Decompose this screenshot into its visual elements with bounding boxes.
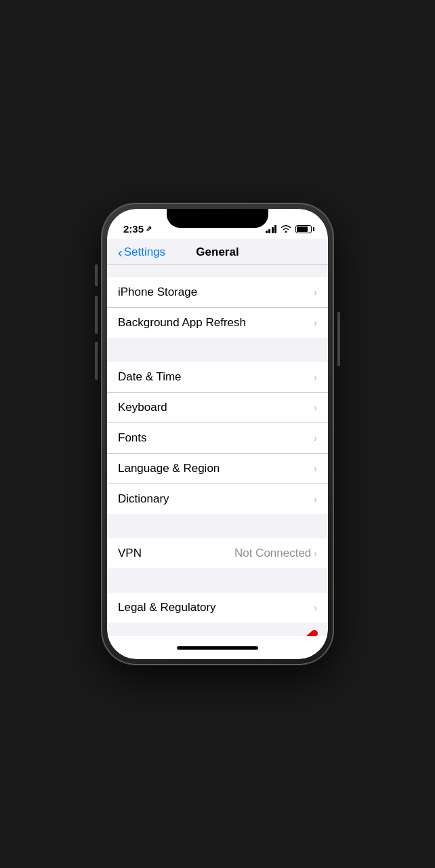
keyboard-item[interactable]: Keyboard › xyxy=(107,392,328,422)
back-label: Settings xyxy=(124,245,165,259)
fonts-label: Fonts xyxy=(118,431,147,445)
group-separator-top xyxy=(107,265,328,277)
settings-group-legal: Legal & Regulatory › xyxy=(107,593,328,623)
background-app-refresh-item[interactable]: Background App Refresh › xyxy=(107,307,328,338)
date-time-label: Date & Time xyxy=(118,370,182,384)
keyboard-right: › xyxy=(314,402,317,413)
signal-bar-2 xyxy=(268,229,270,233)
group-separator-2 xyxy=(107,514,328,538)
navigation-bar: ‹ Settings General xyxy=(107,239,328,264)
group-separator-1 xyxy=(107,338,328,362)
iphone-storage-label: iPhone Storage xyxy=(118,285,197,299)
phone-screen: 2:35 ⇗ xyxy=(107,209,328,659)
vpn-label: VPN xyxy=(118,547,142,560)
signal-bar-3 xyxy=(272,227,274,233)
battery-fill xyxy=(297,226,308,232)
time-display: 2:35 xyxy=(123,223,144,235)
signal-bar-4 xyxy=(274,225,276,233)
bottom-bar xyxy=(107,636,328,659)
settings-group-storage: iPhone Storage › Background App Refresh … xyxy=(107,277,328,338)
language-region-item[interactable]: Language & Region › xyxy=(107,453,328,484)
vpn-item[interactable]: VPN Not Connected › xyxy=(107,538,328,568)
phone-frame: 2:35 ⇗ xyxy=(102,203,333,665)
signal-bar-1 xyxy=(266,231,268,233)
location-icon: ⇗ xyxy=(146,224,152,233)
back-chevron-icon: ‹ xyxy=(118,245,123,260)
language-region-label: Language & Region xyxy=(118,462,220,475)
iphone-storage-item[interactable]: iPhone Storage › xyxy=(107,277,328,307)
date-time-item[interactable]: Date & Time › xyxy=(107,362,328,392)
vpn-chevron: › xyxy=(314,548,317,559)
legal-regulatory-item[interactable]: Legal & Regulatory › xyxy=(107,593,328,623)
group-separator-4 xyxy=(107,623,328,636)
legal-regulatory-chevron: › xyxy=(314,602,317,613)
settings-group-preferences: Date & Time › Keyboard › Fonts xyxy=(107,362,328,514)
power-button[interactable] xyxy=(337,312,340,366)
battery-icon xyxy=(295,225,312,233)
signal-bars xyxy=(266,225,277,233)
page-title: General xyxy=(196,245,239,259)
dictionary-item[interactable]: Dictionary › xyxy=(107,484,328,514)
background-app-refresh-chevron: › xyxy=(314,317,317,328)
vpn-right: Not Connected › xyxy=(234,547,317,560)
language-region-chevron: › xyxy=(314,463,317,474)
home-indicator[interactable] xyxy=(177,646,258,650)
background-app-refresh-right: › xyxy=(314,317,317,328)
group-separator-3 xyxy=(107,568,328,593)
fonts-item[interactable]: Fonts › xyxy=(107,422,328,453)
keyboard-chevron: › xyxy=(314,402,317,413)
background-app-refresh-label: Background App Refresh xyxy=(118,316,246,330)
wifi-icon xyxy=(281,224,291,235)
settings-scroll[interactable]: iPhone Storage › Background App Refresh … xyxy=(107,265,328,636)
status-icons xyxy=(266,224,312,235)
screen-content: 2:35 ⇗ xyxy=(107,209,328,659)
iphone-storage-chevron: › xyxy=(314,287,317,298)
settings-group-vpn: VPN Not Connected › xyxy=(107,538,328,568)
volume-up-button[interactable] xyxy=(95,296,98,334)
dictionary-chevron: › xyxy=(314,494,317,505)
fonts-chevron: › xyxy=(314,433,317,443)
notch xyxy=(167,209,268,228)
status-time: 2:35 ⇗ xyxy=(123,223,152,235)
dictionary-label: Dictionary xyxy=(118,492,169,506)
volume-down-button[interactable] xyxy=(95,342,98,380)
legal-regulatory-label: Legal & Regulatory xyxy=(118,601,216,614)
date-time-chevron: › xyxy=(314,372,317,382)
legal-regulatory-right: › xyxy=(314,602,317,613)
date-time-right: › xyxy=(314,372,317,382)
mute-button[interactable] xyxy=(95,264,98,286)
iphone-storage-right: › xyxy=(314,287,317,298)
vpn-value: Not Connected xyxy=(234,547,311,560)
language-region-right: › xyxy=(314,463,317,474)
keyboard-label: Keyboard xyxy=(118,401,167,414)
back-button[interactable]: ‹ Settings xyxy=(118,245,165,260)
fonts-right: › xyxy=(314,433,317,443)
dictionary-right: › xyxy=(314,494,317,505)
